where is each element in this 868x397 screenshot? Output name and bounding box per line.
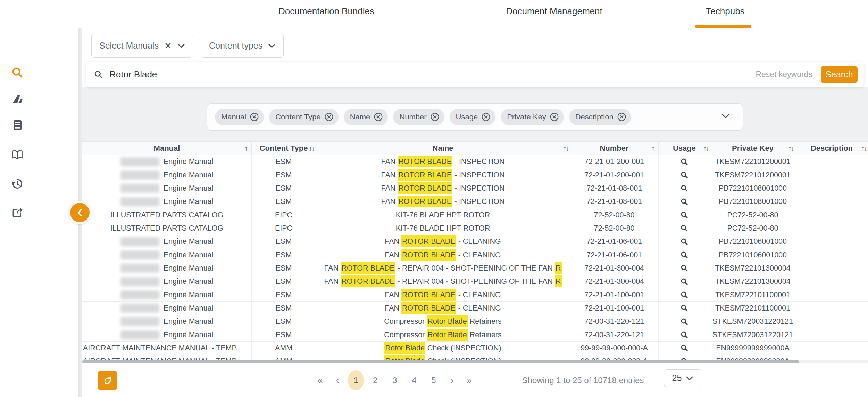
page-number-button[interactable]: 2 (367, 370, 383, 390)
table-row[interactable]: Engine ManualESMCompressor Rotor Blade R… (82, 328, 868, 341)
remove-filter-icon[interactable] (481, 112, 491, 122)
remove-filter-icon[interactable] (550, 112, 559, 122)
keyword-search-input[interactable] (109, 69, 756, 80)
refresh-button[interactable] (98, 371, 117, 390)
manual-cell: Engine Manual (82, 248, 252, 261)
filter-chip[interactable]: Content Type (269, 109, 338, 125)
remove-filter-icon[interactable] (374, 112, 383, 122)
sort-icon[interactable]: ↑↓ (788, 144, 793, 152)
manual-cell: Engine Manual (82, 315, 252, 328)
search-button[interactable]: Search (821, 66, 858, 83)
column-header[interactable]: Number↑↓ (570, 142, 659, 155)
page-number-button[interactable]: 4 (406, 370, 422, 390)
table-row[interactable]: AIRCRAFT MAINTENANCE MANUAL - TEMP...AMM… (82, 342, 868, 355)
table-row[interactable]: Engine ManualESMFAN ROTOR BLADE - REPAIR… (82, 275, 868, 288)
usage-search-icon[interactable] (680, 171, 688, 179)
column-header[interactable]: Name↑↓ (316, 142, 570, 155)
sort-icon[interactable]: ↑↓ (244, 144, 250, 152)
tab-techpubs[interactable]: Techpubs (706, 6, 744, 17)
search-icon[interactable] (11, 66, 24, 79)
aircraft-tail-icon[interactable] (11, 92, 24, 106)
table-row[interactable]: Engine ManualESMFAN ROTOR BLADE - REPAIR… (82, 262, 868, 275)
filter-chip[interactable]: Description (569, 109, 631, 125)
table-row[interactable]: ILLUSTRATED PARTS CATALOGEIPCKIT-76 BLAD… (82, 208, 868, 222)
sort-icon[interactable]: ↑↓ (703, 144, 708, 152)
manual-book-icon[interactable] (11, 118, 24, 132)
table-row[interactable]: AIRCRAFT MAINTENANCE MANUAL - TEMP...AMM… (82, 355, 868, 360)
table-row[interactable]: Engine ManualESMFAN ROTOR BLADE - CLEANI… (82, 235, 868, 248)
chevron-down-icon[interactable] (721, 113, 730, 120)
usage-search-icon[interactable] (680, 251, 688, 259)
usage-search-icon[interactable] (680, 211, 688, 219)
sort-icon[interactable]: ↑↓ (563, 144, 568, 152)
usage-search-icon[interactable] (680, 264, 688, 272)
horizontal-scrollbar-thumb[interactable] (82, 360, 799, 363)
history-icon[interactable] (11, 177, 24, 190)
filter-chip[interactable]: Usage (450, 109, 496, 125)
collapse-sidebar-button[interactable] (68, 201, 92, 224)
usage-search-icon[interactable] (680, 357, 688, 360)
remove-filter-icon[interactable] (250, 112, 259, 122)
remove-filter-icon[interactable] (430, 112, 440, 122)
column-header[interactable]: Private Key↑↓ (710, 142, 795, 155)
table-row[interactable]: Engine ManualESMFAN ROTOR BLADE - INSPEC… (82, 168, 868, 182)
table-row[interactable]: ILLUSTRATED PARTS CATALOGEIPCKIT-76 BLAD… (82, 222, 868, 235)
tab-documentation-bundles[interactable]: Documentation Bundles (278, 6, 374, 17)
page-number-button[interactable]: 3 (387, 370, 403, 390)
filter-chip[interactable]: Private Key (501, 109, 564, 125)
sort-icon[interactable]: ↑↓ (651, 144, 657, 152)
first-page-button[interactable]: « (313, 370, 327, 390)
filter-chip[interactable]: Manual (215, 109, 264, 125)
remove-filter-icon[interactable] (617, 112, 626, 122)
usage-search-icon[interactable] (680, 344, 688, 352)
filter-chip[interactable]: Name (344, 109, 388, 125)
remove-filter-icon[interactable] (324, 112, 334, 122)
keyword-highlight: Rotor Blade (427, 315, 468, 327)
content-type-cell: ESM (252, 182, 316, 195)
usage-search-icon[interactable] (680, 224, 688, 232)
column-header[interactable]: Usage↑↓ (659, 142, 710, 155)
manual-cell: Engine Manual (82, 195, 252, 208)
clear-manuals-icon[interactable]: ✕ (164, 41, 172, 50)
share-export-icon[interactable] (11, 206, 24, 219)
content-types-dropdown[interactable]: Content types (201, 34, 284, 58)
previous-page-button[interactable]: ‹ (331, 370, 344, 390)
reset-keywords-link[interactable]: Reset keywords (756, 70, 812, 79)
select-manuals-dropdown[interactable]: Select Manuals ✕ (91, 34, 193, 58)
usage-search-icon[interactable] (680, 184, 688, 192)
column-header[interactable]: Manual↑↓ (82, 142, 252, 155)
sort-icon[interactable]: ↑↓ (309, 144, 314, 152)
table-row[interactable]: Engine ManualESMFAN ROTOR BLADE - INSPEC… (82, 182, 868, 195)
page-number-button[interactable]: 5 (426, 370, 442, 390)
table-row[interactable]: Engine ManualESMFAN ROTOR BLADE - INSPEC… (82, 155, 868, 168)
private-key-cell: PB72210106001000 (710, 235, 795, 248)
usage-search-icon[interactable] (680, 291, 688, 299)
filter-chip[interactable]: Number (393, 109, 444, 125)
usage-search-icon[interactable] (680, 304, 688, 312)
content-type-cell: ESM (252, 302, 316, 315)
tab-document-management[interactable]: Document Management (506, 6, 602, 17)
column-header[interactable]: Description↑↓ (795, 142, 868, 155)
select-manuals-label: Select Manuals (99, 41, 159, 51)
usage-search-icon[interactable] (680, 331, 688, 339)
usage-search-icon[interactable] (680, 238, 688, 246)
open-book-icon[interactable] (11, 148, 24, 162)
next-page-button[interactable]: › (445, 370, 459, 390)
chevron-left-icon (70, 203, 90, 222)
last-page-button[interactable]: » (462, 370, 476, 390)
page-size-select[interactable]: 25 (664, 369, 701, 387)
name-cell: FAN ROTOR BLADE - INSPECTION (316, 155, 570, 168)
table-row[interactable]: Engine ManualESMFAN ROTOR BLADE - CLEANI… (82, 302, 868, 315)
usage-search-icon[interactable] (680, 317, 688, 326)
usage-search-icon[interactable] (680, 158, 688, 166)
table-row[interactable]: Engine ManualESMFAN ROTOR BLADE - CLEANI… (82, 288, 868, 301)
usage-search-icon[interactable] (680, 278, 688, 286)
table-row[interactable]: Engine ManualESMCompressor Rotor Blade R… (82, 315, 868, 328)
column-header[interactable]: Content Type↑↓ (252, 142, 316, 155)
page-number-button[interactable]: 1 (348, 370, 364, 390)
keyword-highlight: ROTOR BLADE (398, 156, 452, 167)
sort-icon[interactable]: ↑↓ (861, 144, 866, 152)
table-row[interactable]: Engine ManualESMFAN ROTOR BLADE - INSPEC… (82, 195, 868, 208)
table-row[interactable]: Engine ManualESMFAN ROTOR BLADE - CLEANI… (82, 248, 868, 262)
usage-search-icon[interactable] (680, 198, 688, 206)
